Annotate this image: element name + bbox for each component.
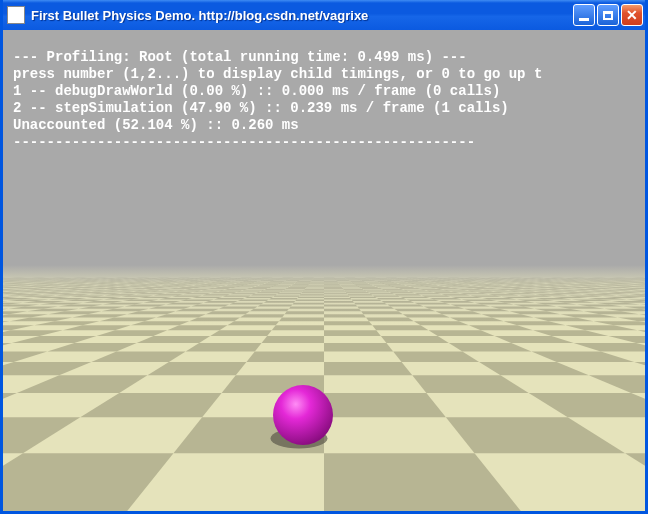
window-buttons: ✕ <box>573 4 643 26</box>
svg-marker-8 <box>324 393 446 417</box>
viewport-3d[interactable]: --- Profiling: Root (total running time:… <box>3 30 645 511</box>
app-icon <box>7 6 25 24</box>
titlebar[interactable]: First Bullet Physics Demo. http://blog.c… <box>3 0 645 30</box>
scene-canvas <box>3 30 645 511</box>
svg-marker-46 <box>272 325 324 330</box>
svg-marker-27 <box>324 343 393 351</box>
svg-marker-21 <box>246 351 324 361</box>
physics-ball <box>273 385 333 445</box>
svg-marker-16 <box>324 362 412 375</box>
svg-marker-39 <box>324 330 381 336</box>
minimize-button[interactable] <box>573 4 595 26</box>
svg-marker-38 <box>210 330 272 336</box>
close-button[interactable]: ✕ <box>621 4 643 26</box>
sky <box>3 30 645 265</box>
maximize-button[interactable] <box>597 4 619 26</box>
svg-marker-32 <box>262 336 324 343</box>
app-window: First Bullet Physics Demo. http://blog.c… <box>0 0 648 514</box>
svg-marker-47 <box>372 325 428 330</box>
window-title: First Bullet Physics Demo. http://blog.c… <box>31 8 573 23</box>
svg-marker-33 <box>381 336 449 343</box>
horizon-fog <box>3 265 645 325</box>
